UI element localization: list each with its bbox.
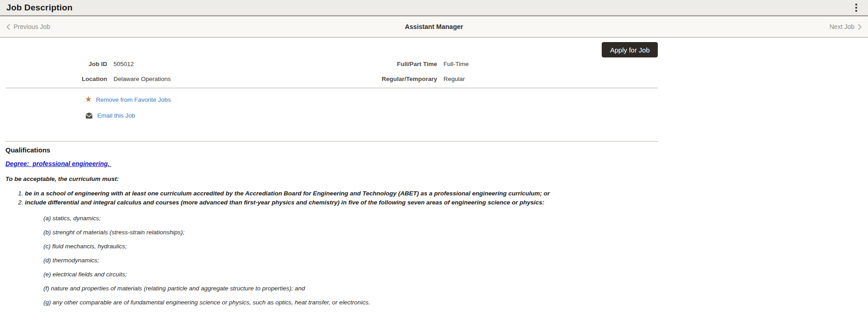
remove-favorite-link[interactable]: ★ Remove from Favorite Jobs [85, 95, 658, 104]
divider [5, 88, 658, 88]
email-job-link[interactable]: Email this Job [85, 111, 658, 119]
list-item: (f) nature and properties of materials (… [43, 285, 658, 292]
qualifications-heading: Qualifications [5, 146, 658, 154]
location-label: Location [5, 76, 107, 82]
list-item: be in a school of engineering with at le… [25, 189, 658, 198]
apply-for-job-button[interactable]: Apply for Job [602, 42, 658, 57]
email-job-label: Email this Job [97, 112, 135, 119]
science-areas-list: (a) statics, dynamics; (b) strenght of m… [5, 215, 658, 306]
envelope-icon [85, 112, 93, 119]
regular-temporary-value: Regular [443, 76, 658, 82]
job-description-content: Apply for Job Job ID 505012 Full/Part Ti… [5, 42, 658, 306]
job-navigation-bar: Previous Job Assistant Manager Next Job [0, 16, 868, 38]
list-item: (b) strenght of materials (stress-strain… [43, 229, 658, 236]
full-part-time-value: Full-Time [443, 61, 658, 67]
apply-row: Apply for Job [5, 42, 658, 57]
chevron-right-icon [858, 24, 862, 30]
page-title: Job Description [6, 3, 73, 13]
list-item: (e) electrical fields and circuits; [43, 271, 658, 278]
job-id-label: Job ID [5, 61, 107, 67]
star-icon: ★ [85, 95, 92, 104]
full-part-time-label: Full/Part Time [323, 61, 437, 67]
next-job-link[interactable]: Next Job [830, 23, 862, 30]
list-item: (a) statics, dynamics; [43, 215, 658, 222]
list-item: (d) thermodynamics; [43, 257, 658, 264]
location-value: Delaware Operations [113, 76, 317, 82]
divider [5, 141, 658, 142]
curriculum-numbered-list: be in a school of engineering with at le… [5, 189, 658, 207]
previous-job-link[interactable]: Previous Job [6, 23, 50, 30]
list-item: include differential and integral calcul… [25, 198, 658, 207]
degree-requirement-text: Degree: professional engineering. [5, 160, 658, 167]
title-bar: Job Description [0, 0, 868, 16]
job-details: Job ID 505012 Full/Part Time Full-Time L… [5, 61, 658, 82]
kebab-menu-icon[interactable] [853, 2, 860, 14]
next-job-label: Next Job [830, 23, 854, 30]
previous-job-label: Previous Job [14, 23, 50, 30]
curriculum-intro-text: To be acceptable, the curriculum must: [5, 175, 658, 183]
list-item: (c) fluid mechancis, hydraulics; [43, 243, 658, 250]
chevron-left-icon [6, 24, 10, 30]
qualifications-section: Qualifications Degree: professional engi… [5, 146, 658, 306]
current-job-title: Assistant Manager [405, 23, 463, 30]
job-id-value: 505012 [113, 61, 317, 67]
regular-temporary-label: Regular/Temporary [323, 76, 437, 82]
remove-favorite-label: Remove from Favorite Jobs [96, 96, 171, 103]
job-action-links: ★ Remove from Favorite Jobs Email this J… [5, 95, 658, 119]
list-item: (g) any other comparable are of fundamen… [43, 299, 658, 306]
